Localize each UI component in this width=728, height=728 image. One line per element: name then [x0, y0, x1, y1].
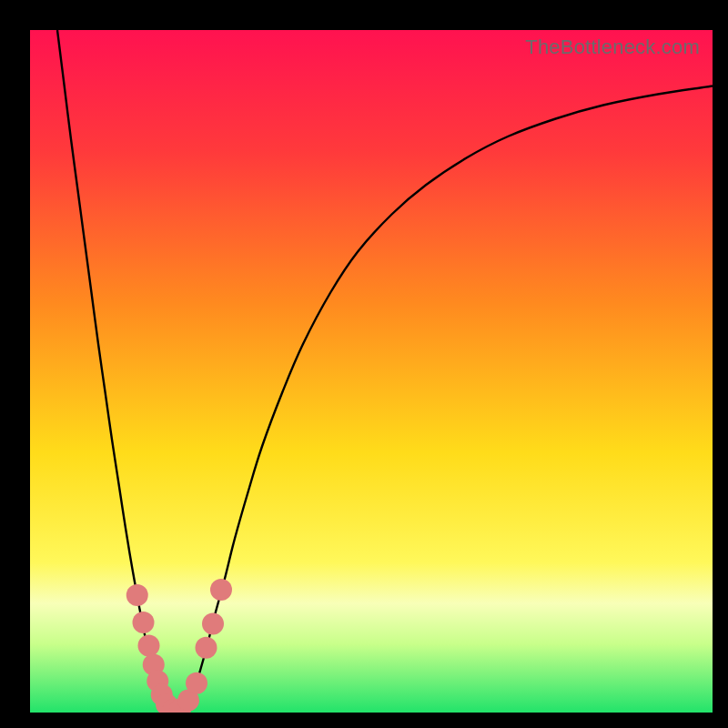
valley-dot [138, 635, 160, 657]
bottleneck-curve [57, 30, 713, 712]
valley-dot [210, 579, 232, 601]
valley-dot [133, 612, 155, 633]
chart-svg [30, 30, 713, 713]
outer-frame: TheBottleneck.com [0, 0, 728, 728]
valley-dot [196, 637, 217, 659]
valley-dot [126, 584, 148, 606]
plot-area: TheBottleneck.com [30, 30, 713, 713]
valley-dot [186, 672, 207, 694]
valley-dot [202, 613, 224, 635]
